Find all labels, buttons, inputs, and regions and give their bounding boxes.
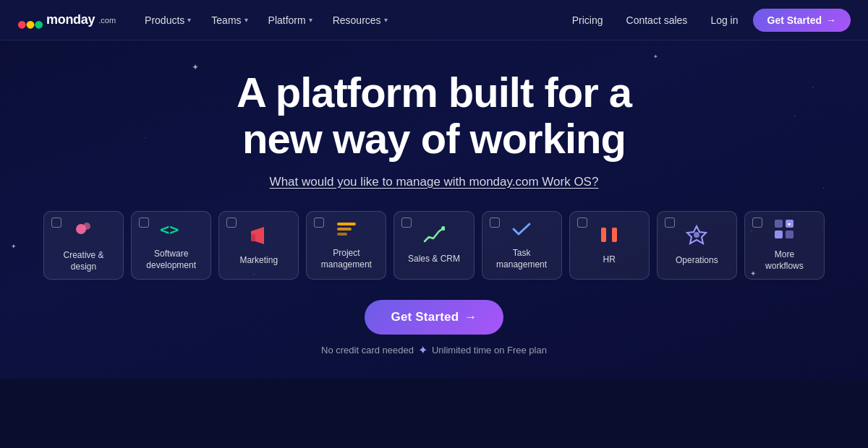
nav-contact-link[interactable]: Contact sales [618, 10, 697, 30]
nav-login-link[interactable]: Log in [702, 10, 746, 30]
nav-item-resources[interactable]: Resources ▾ [324, 10, 396, 30]
nav-get-started-button[interactable]: Get Started → [753, 9, 851, 32]
svg-point-1 [27, 20, 35, 28]
nav-item-products[interactable]: Products ▾ [136, 10, 200, 30]
chevron-down-icon: ▾ [244, 16, 248, 24]
star-decoration: ✦ [11, 243, 17, 250]
star-decoration: ✦ [653, 53, 658, 60]
marketing-icon [248, 224, 270, 249]
logo[interactable]: monday.com [17, 10, 116, 30]
workflow-card-project-management[interactable]: Projectmanagement [306, 211, 386, 280]
workflow-card-marketing[interactable]: Marketing [218, 211, 299, 280]
nav-item-teams[interactable]: Teams ▾ [203, 10, 256, 30]
workflow-grid: Creative &design <> Softwaredevelopment … [43, 211, 825, 280]
nav-right: Pricing Contact sales Log in Get Started… [563, 9, 851, 32]
svg-point-2 [35, 20, 43, 28]
arrow-icon: → [464, 310, 477, 324]
svg-rect-19 [775, 231, 783, 238]
workflow-label: Projectmanagement [321, 248, 372, 270]
chevron-down-icon: ▾ [309, 16, 312, 24]
workflow-card-hr[interactable]: HR [569, 211, 650, 280]
chevron-down-icon: ▾ [384, 16, 388, 24]
workflow-card-operations[interactable]: Operations [657, 211, 737, 280]
svg-rect-9 [337, 228, 352, 231]
main-get-started-button[interactable]: Get Started → [365, 300, 503, 335]
creative-design-icon [72, 217, 95, 244]
operations-icon [686, 224, 707, 249]
workflow-label: Softwaredevelopment [146, 249, 196, 271]
svg-point-16 [694, 232, 699, 238]
card-checkbox[interactable] [314, 217, 324, 228]
sales-crm-icon [423, 225, 445, 248]
svg-rect-15 [612, 228, 617, 234]
workflow-label: HR [603, 254, 616, 266]
project-management-icon [336, 220, 357, 242]
workflow-card-software-development[interactable]: <> Softwaredevelopment [131, 211, 211, 280]
card-checkbox[interactable] [139, 217, 149, 228]
hero-subtitle: What would you like to manage with monda… [43, 175, 825, 189]
card-checkbox[interactable] [226, 217, 237, 228]
svg-point-0 [18, 20, 26, 28]
svg-rect-20 [786, 231, 793, 238]
workflow-card-creative-design[interactable]: Creative &design [43, 211, 124, 280]
more-workflows-icon [773, 218, 795, 244]
card-checkbox[interactable] [665, 217, 675, 228]
svg-rect-10 [337, 233, 347, 236]
nav-pricing-link[interactable]: Pricing [563, 10, 612, 30]
card-checkbox[interactable] [752, 217, 762, 228]
svg-text:<>: <> [160, 220, 179, 238]
workflow-label: Creative &design [64, 250, 104, 272]
svg-rect-17 [775, 220, 783, 228]
workflow-card-more-workflows[interactable]: Moreworkflows [744, 211, 825, 280]
card-checkbox[interactable] [51, 217, 61, 228]
task-management-icon [511, 220, 532, 242]
navigation: monday.com Products ▾ Teams ▾ Platform ▾… [0, 0, 868, 40]
cta-sub-text: No credit card needed ✦ Unlimited time o… [321, 343, 547, 357]
software-development-icon: <> [160, 219, 183, 243]
logo-dotcom: .com [98, 16, 116, 25]
chevron-down-icon: ▾ [187, 16, 191, 24]
card-checkbox[interactable] [490, 217, 500, 228]
hr-icon [598, 225, 620, 249]
workflow-label: Taskmanagement [496, 248, 547, 270]
svg-rect-7 [251, 234, 255, 241]
nav-item-platform[interactable]: Platform ▾ [260, 10, 321, 30]
svg-rect-13 [601, 228, 606, 234]
cta-area: Get Started → No credit card needed ✦ Un… [43, 300, 825, 357]
workflow-label: Marketing [239, 255, 278, 267]
svg-point-4 [83, 223, 90, 230]
workflow-label: Sales & CRM [408, 254, 460, 265]
workflow-card-sales-crm[interactable]: Sales & CRM [393, 211, 474, 280]
arrow-icon: → [826, 14, 836, 26]
card-checkbox[interactable] [401, 217, 412, 228]
star-icon: ✦ [418, 343, 427, 357]
hero-section: ✦ ✦ · · · ✦ ✦ · · · A platform built for… [0, 40, 868, 379]
workflow-label: Operations [676, 255, 718, 267]
logo-text: monday [46, 12, 95, 27]
workflow-card-task-management[interactable]: Taskmanagement [482, 211, 562, 280]
nav-links: Products ▾ Teams ▾ Platform ▾ Resources … [136, 10, 563, 30]
workflow-label: Moreworkflows [765, 249, 804, 272]
hero-title: A platform built for a new way of workin… [43, 69, 825, 162]
svg-rect-8 [337, 223, 356, 225]
card-checkbox[interactable] [577, 217, 587, 228]
